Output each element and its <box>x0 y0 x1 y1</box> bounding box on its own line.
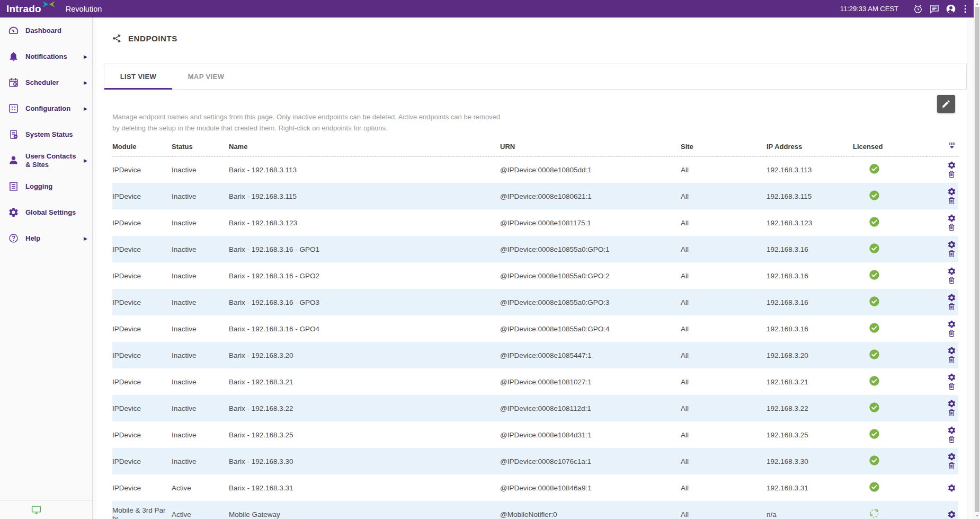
settings-gear-icon[interactable] <box>947 399 956 408</box>
cell-site: All <box>681 474 767 501</box>
table-row[interactable]: IPDeviceInactiveBarix - 192.168.3.22@IPD… <box>112 395 958 421</box>
delete-trash-icon[interactable] <box>947 249 956 258</box>
cell-name: Barix - 192.168.3.113 <box>229 156 500 183</box>
settings-gear-icon[interactable] <box>947 320 956 329</box>
delete-trash-icon[interactable] <box>947 435 956 444</box>
intrado-dragonfly-icon <box>41 0 56 8</box>
settings-gear-icon[interactable] <box>947 426 956 435</box>
pencil-icon <box>941 99 951 109</box>
sidebar-item-system-status[interactable]: System Status <box>0 121 92 147</box>
cell-status: Inactive <box>172 448 229 474</box>
settings-gear-icon[interactable] <box>947 373 956 382</box>
overflow-menu-icon[interactable]: ⋮ <box>962 4 968 14</box>
table-row[interactable]: IPDeviceInactiveBarix - 192.168.3.16 - G… <box>112 236 958 262</box>
cell-ip: 192.168.3.16 <box>767 236 853 262</box>
delete-trash-icon[interactable] <box>947 196 956 205</box>
cell-ip: 192.168.3.20 <box>767 342 853 368</box>
edit-button[interactable] <box>937 95 955 113</box>
cell-module: IPDevice <box>112 209 172 236</box>
cell-module: IPDevice <box>112 368 172 395</box>
sidebar-item-notifications[interactable]: Notifications▶ <box>0 43 92 69</box>
cell-module: IPDevice <box>112 448 172 474</box>
settings-gear-icon[interactable] <box>947 346 956 355</box>
sidebar-item-users-contacts-sites[interactable]: Users Contacts & Sites▶ <box>0 147 92 173</box>
table-row[interactable]: IPDeviceActiveBarix - 192.168.3.31@IPDev… <box>112 474 958 501</box>
table-row[interactable]: IPDeviceInactiveBarix - 192.168.3.123@IP… <box>112 209 958 236</box>
col-header-ip: IP Address <box>767 142 853 157</box>
settings-gear-icon[interactable] <box>947 187 956 196</box>
cell-urn: @IPDevice:0008e1081027:1 <box>500 368 681 395</box>
cell-status: Inactive <box>172 262 229 289</box>
settings-gear-icon[interactable] <box>947 452 956 461</box>
sidebar-item-global-settings[interactable]: Global Settings <box>0 199 92 225</box>
cell-name: Barix - 192.168.3.31 <box>229 474 500 501</box>
delete-trash-icon[interactable] <box>947 355 956 364</box>
delete-trash-icon[interactable] <box>947 223 956 232</box>
sidebar-item-help[interactable]: Help▶ <box>0 225 92 251</box>
sidebar-item-scheduler[interactable]: Scheduler▶ <box>0 69 92 95</box>
sidebar-nav: DashboardNotifications▶Scheduler▶Configu… <box>0 17 93 519</box>
cell-name: Mobile Gateway <box>229 501 500 519</box>
cell-name: Barix - 192.168.3.115 <box>229 183 500 209</box>
table-row[interactable]: IPDeviceInactiveBarix - 192.168.3.16 - G… <box>112 315 958 342</box>
licensed-check-icon <box>869 322 880 333</box>
alarm-icon[interactable] <box>913 4 923 14</box>
scroll-down-icon[interactable]: ▼ <box>974 512 980 519</box>
product-name: Revolution <box>66 5 102 13</box>
table-row[interactable]: Mobile & 3rd PartyActiveMobile Gateway@M… <box>112 501 958 519</box>
system-status-icon <box>8 129 19 140</box>
cell-site: All <box>681 183 767 209</box>
vertical-scrollbar[interactable]: ▲ ▼ <box>974 0 980 519</box>
chat-icon[interactable] <box>929 4 940 14</box>
account-icon[interactable] <box>946 4 956 14</box>
cell-site: All <box>681 209 767 236</box>
settings-gear-icon[interactable] <box>947 267 956 276</box>
cell-urn: @IPDevice:0008e10855a0:GPO:1 <box>500 236 681 262</box>
table-row[interactable]: IPDeviceInactiveBarix - 192.168.3.16 - G… <box>112 262 958 289</box>
cell-name: Barix - 192.168.3.20 <box>229 342 500 368</box>
cell-site: All <box>681 368 767 395</box>
cell-ip: n/a <box>767 501 853 519</box>
settings-gear-icon[interactable] <box>947 214 956 223</box>
config-panel-icon <box>8 103 19 114</box>
table-row[interactable]: IPDeviceInactiveBarix - 192.168.3.115@IP… <box>112 183 958 209</box>
tab-map-view[interactable]: MAP VIEW <box>172 64 240 89</box>
page-title: ENDPOINTS <box>112 17 958 43</box>
calendar-clock-icon <box>8 77 19 88</box>
delete-trash-icon[interactable] <box>947 461 956 470</box>
cell-site: All <box>681 421 767 448</box>
table-row[interactable]: IPDeviceInactiveBarix - 192.168.3.16 - G… <box>112 289 958 315</box>
scrollbar-thumb[interactable] <box>975 7 979 512</box>
delete-trash-icon[interactable] <box>947 276 956 285</box>
cell-urn: @IPDevice:0008e1076c1a:1 <box>500 448 681 474</box>
table-row[interactable]: IPDeviceInactiveBarix - 192.168.3.30@IPD… <box>112 448 958 474</box>
settings-gear-icon[interactable] <box>947 240 956 249</box>
delete-trash-icon[interactable] <box>947 302 956 311</box>
delete-trash-icon[interactable] <box>947 408 956 417</box>
settings-gear-icon[interactable] <box>947 483 956 492</box>
sidebar-item-logging[interactable]: Logging <box>0 173 92 199</box>
table-row[interactable]: IPDeviceInactiveBarix - 192.168.3.113@IP… <box>112 156 958 183</box>
tab-list-view[interactable]: LIST VIEW <box>104 64 172 89</box>
monitor-status-icon[interactable] <box>31 504 42 515</box>
sidebar-item-dashboard[interactable]: Dashboard <box>0 17 92 43</box>
licensed-check-icon <box>869 296 880 307</box>
table-row[interactable]: IPDeviceInactiveBarix - 192.168.3.20@IPD… <box>112 342 958 368</box>
cell-urn: @IPDevice:0008e1084d31:1 <box>500 421 681 448</box>
col-header-urn: URN <box>500 142 681 157</box>
table-row[interactable]: IPDeviceInactiveBarix - 192.168.3.21@IPD… <box>112 368 958 395</box>
cell-status: Inactive <box>172 421 229 448</box>
column-chooser-icon[interactable] <box>948 142 956 150</box>
licensed-check-icon <box>869 190 880 201</box>
scroll-up-icon[interactable]: ▲ <box>974 0 980 7</box>
cell-urn: @IPDevice:0008e10855a0:GPO:3 <box>500 289 681 315</box>
endpoints-table: Module Status Name URN Site IP Address L… <box>112 142 958 519</box>
sidebar-item-configuration[interactable]: Configuration▶ <box>0 95 92 121</box>
settings-gear-icon[interactable] <box>947 161 956 170</box>
delete-trash-icon[interactable] <box>947 329 956 338</box>
settings-gear-icon[interactable] <box>947 293 956 302</box>
settings-gear-icon[interactable] <box>947 510 956 519</box>
delete-trash-icon[interactable] <box>947 170 956 179</box>
delete-trash-icon[interactable] <box>947 382 956 391</box>
table-row[interactable]: IPDeviceInactiveBarix - 192.168.3.25@IPD… <box>112 421 958 448</box>
